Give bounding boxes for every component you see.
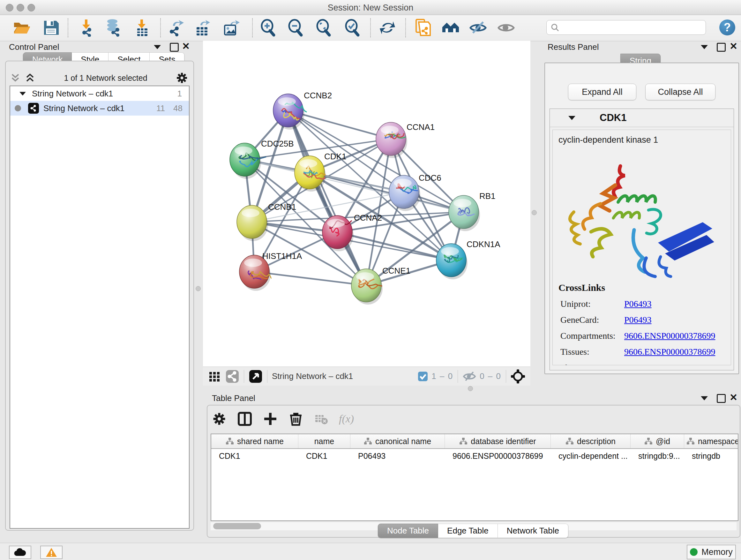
selected-checkbox-icon[interactable]	[417, 371, 428, 382]
left-splitter-handle[interactable]	[196, 286, 201, 291]
zoom-in-button[interactable]	[259, 19, 277, 37]
table-cell[interactable]: CDK1	[298, 449, 350, 463]
network-node-CDK1[interactable]: CDK1	[294, 152, 346, 192]
table-panel-close-button[interactable]: ✕	[730, 394, 738, 401]
scrollbar-thumb[interactable]	[213, 523, 261, 530]
table-options-gear-icon[interactable]	[212, 412, 226, 426]
collapse-all-button[interactable]: Collapse All	[645, 84, 716, 100]
cloud-icon	[14, 548, 26, 557]
refresh-view-button[interactable]	[379, 19, 396, 37]
network-node-RB1[interactable]: RB1	[449, 191, 495, 231]
column-header-canonical-name[interactable]: canonical name	[350, 434, 445, 448]
add-column-icon[interactable]	[263, 412, 278, 426]
table-cell[interactable]: stringdb	[684, 449, 738, 463]
control-panel-close-button[interactable]: ✕	[182, 43, 190, 50]
delete-column-icon[interactable]	[288, 412, 303, 426]
open-session-button[interactable]	[13, 19, 30, 37]
save-session-button[interactable]	[42, 19, 60, 37]
delete-table-icon[interactable]	[314, 412, 328, 426]
collapse-all-icon[interactable]	[10, 72, 21, 83]
table-cell[interactable]: CDK1	[211, 449, 298, 463]
gene-expander-icon[interactable]	[568, 116, 576, 120]
import-network-file-button[interactable]	[78, 19, 96, 37]
network-canvas[interactable]: CCNB2CCNA1CDC25BCDK1CDC6RB1CCNB1CCNA2CDK…	[203, 41, 530, 367]
export-image-button[interactable]	[222, 19, 240, 37]
eye-slash-icon	[469, 19, 487, 37]
results-panel-float-button[interactable]	[717, 43, 726, 53]
network-row-selected[interactable]: String Network – cdk1 11 48	[10, 101, 189, 116]
crosslink-value-link[interactable]: P06493	[624, 299, 652, 309]
expand-all-button[interactable]: Expand All	[568, 84, 636, 100]
network-share-view-icon[interactable]	[225, 369, 239, 383]
results-panel-close-button[interactable]: ✕	[730, 43, 738, 50]
column-header-name[interactable]: name	[298, 434, 350, 448]
warnings-button[interactable]	[40, 546, 63, 559]
protein-structure-image	[553, 146, 731, 280]
search-input[interactable]	[559, 23, 698, 32]
table-cell[interactable]: cyclin-dependent ...	[551, 449, 630, 463]
table-cell[interactable]: P06493	[350, 449, 445, 463]
right-splitter-handle[interactable]	[532, 210, 537, 215]
string-network-graph[interactable]: CCNB2CCNA1CDC25BCDK1CDC6RB1CCNB1CCNA2CDK…	[203, 41, 530, 367]
crosslink-value-link[interactable]: 9606.ENSP00000378699	[624, 331, 715, 341]
toolbar-separator	[252, 18, 253, 37]
control-panel-float-button[interactable]	[170, 43, 179, 53]
table-row[interactable]: CDK1CDK1P064939606.ENSP00000378699cyclin…	[211, 449, 738, 463]
crosslink-value-link[interactable]: 9606.ENSP00000378699	[624, 347, 715, 357]
network-collection-row[interactable]: String Network – cdk1 1	[10, 86, 189, 101]
title-bar: Session: New Session	[0, 0, 741, 15]
cloud-status-button[interactable]	[9, 546, 31, 559]
crosslink-value-link[interactable]: P06493	[624, 315, 652, 325]
tab-node-table[interactable]: Node Table	[378, 523, 438, 538]
import-network-database-button[interactable]	[105, 19, 123, 37]
expand-all-icon[interactable]	[24, 72, 36, 83]
memory-label: Memory	[701, 547, 733, 557]
table-panel-menu-button[interactable]	[701, 396, 708, 401]
help-button[interactable]: ?	[719, 19, 735, 36]
network-options-gear-icon[interactable]	[176, 71, 188, 84]
column-header-description[interactable]: description	[551, 434, 630, 448]
import-table-icon	[133, 19, 151, 37]
zoom-fit-button[interactable]	[315, 19, 333, 37]
horizontal-splitter-handle[interactable]	[468, 386, 473, 391]
table-panel-float-button[interactable]	[717, 394, 726, 404]
hide-selected-button[interactable]	[469, 19, 487, 37]
apply-function-button[interactable]: f(x)	[339, 413, 354, 425]
column-header-namespace[interactable]: namespace	[684, 434, 738, 448]
control-panel-menu-button[interactable]	[154, 45, 161, 51]
network-node-CCNE1[interactable]: CCNE1	[351, 266, 410, 305]
zoom-selected-icon	[343, 19, 361, 37]
crosslink-label: Compartments:	[560, 331, 624, 341]
birds-eye-view-icon[interactable]	[249, 369, 263, 383]
crosslink-value-link[interactable]: P06493	[624, 363, 652, 365]
results-panel-menu-button[interactable]	[701, 45, 708, 51]
zoom-out-button[interactable]	[286, 19, 305, 37]
network-node-HIST1H1A[interactable]: HIST1H1A	[239, 251, 302, 291]
grid-view-icon[interactable]	[208, 370, 221, 383]
hidden-eye-slash-icon[interactable]	[462, 370, 476, 382]
table-cell[interactable]: stringdb:9...	[630, 449, 684, 463]
tab-edge-table[interactable]: Edge Table	[438, 523, 498, 538]
fit-selected-crosshair-icon[interactable]	[511, 369, 525, 384]
show-columns-icon[interactable]	[238, 412, 252, 426]
clone-network-button[interactable]	[414, 19, 431, 37]
zoom-selected-button[interactable]	[343, 19, 361, 37]
export-network-button[interactable]	[167, 19, 185, 37]
first-neighbors-button[interactable]	[442, 19, 460, 37]
network-node-CDC6[interactable]: CDC6	[389, 173, 441, 211]
network-node-CDKN1A[interactable]: CDKN1A	[436, 240, 500, 279]
gene-section-header[interactable]: CDK1	[550, 109, 734, 127]
column-header-database-identifier[interactable]: database identifier	[445, 434, 551, 448]
column-header-shared-name[interactable]: shared name	[211, 434, 298, 448]
show-all-button[interactable]	[497, 19, 515, 37]
current-network-dot-icon	[15, 105, 21, 111]
table-cell[interactable]: 9606.ENSP00000378699	[445, 449, 551, 463]
import-table-button[interactable]	[133, 19, 151, 37]
tab-network-table[interactable]: Network Table	[498, 523, 568, 538]
window-title: Session: New Session	[0, 3, 741, 13]
collection-expander-icon[interactable]	[19, 91, 26, 96]
column-header--id[interactable]: @id	[630, 434, 684, 448]
export-table-button[interactable]	[194, 19, 212, 37]
memory-button[interactable]: Memory	[687, 545, 736, 559]
toolbar-separator	[244, 370, 244, 383]
